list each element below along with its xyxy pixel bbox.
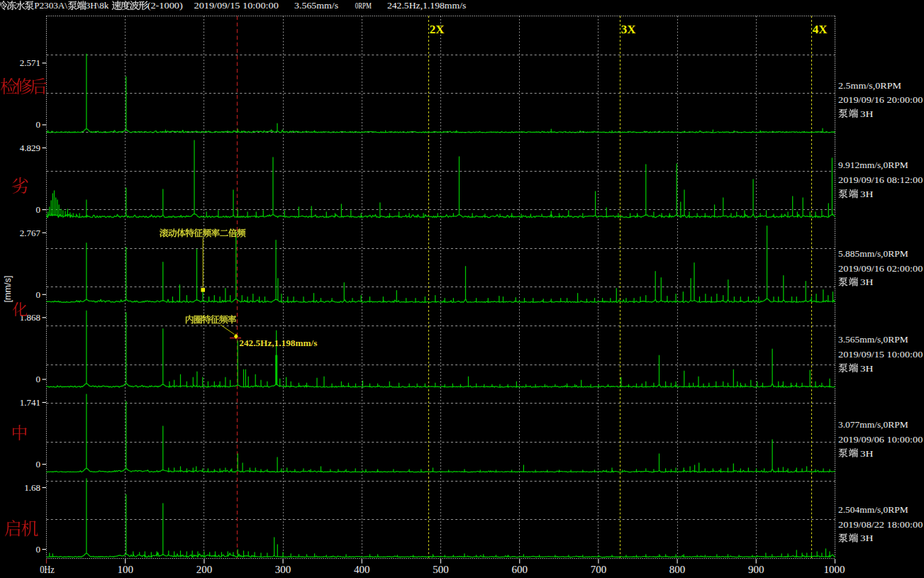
svg-text:2.504mm/s,0RPM: 2.504mm/s,0RPM [838, 504, 908, 515]
svg-text:4X: 4X [813, 23, 828, 36]
svg-text:0RPM: 0RPM [355, 0, 372, 11]
svg-text:2.767: 2.767 [20, 228, 41, 238]
svg-text:1.741: 1.741 [20, 397, 40, 408]
svg-text:900: 900 [748, 565, 764, 575]
svg-text:2019/09/15 10:00:00: 2019/09/15 10:00:00 [838, 349, 923, 360]
svg-text:300: 300 [275, 565, 291, 575]
svg-text:3H: 3H [860, 533, 874, 543]
svg-text:3.565mm/s,0RPM: 3.565mm/s,0RPM [838, 334, 908, 345]
svg-text:2.5mm/s,0RPM: 2.5mm/s,0RPM [838, 80, 901, 91]
svg-text:700: 700 [591, 565, 607, 575]
svg-text:2019/09/15 10:00:00: 2019/09/15 10:00:00 [194, 0, 279, 11]
svg-text:800: 800 [669, 565, 686, 575]
svg-text:1.868: 1.868 [20, 312, 40, 323]
svg-text:2019/09/16 20:00:00: 2019/09/16 20:00:00 [838, 94, 923, 105]
svg-text:2X: 2X [430, 23, 445, 36]
svg-text:3H: 3H [860, 189, 874, 199]
svg-text:400: 400 [354, 565, 370, 575]
svg-text:[mm/s]: [mm/s] [3, 276, 13, 303]
svg-text:0: 0 [36, 119, 41, 130]
svg-text:242.5Hz,1.198mm/s: 242.5Hz,1.198mm/s [239, 338, 317, 348]
svg-text:0Hz: 0Hz [40, 565, 55, 575]
svg-text:3H\8k: 3H\8k [86, 0, 109, 11]
svg-text:2019/09/16 02:00:00: 2019/09/16 02:00:00 [838, 263, 923, 274]
svg-text:9.912mm/s,0RPM: 9.912mm/s,0RPM [838, 160, 908, 170]
svg-text:1000: 1000 [824, 565, 845, 575]
svg-text:500: 500 [433, 565, 449, 575]
svg-text:3X: 3X [621, 23, 637, 36]
svg-text:2019/08/22 18:00:00: 2019/08/22 18:00:00 [838, 519, 923, 530]
svg-text:242.5Hz,1.198mm/s: 242.5Hz,1.198mm/s [387, 0, 466, 11]
svg-text:4.829: 4.829 [20, 143, 40, 153]
svg-text:2019/09/06 10:00:00: 2019/09/06 10:00:00 [838, 434, 923, 445]
svg-text:600: 600 [511, 565, 528, 575]
svg-text:P2303A\: P2303A\ [34, 0, 67, 11]
svg-text:200: 200 [196, 565, 213, 575]
svg-text:100: 100 [117, 565, 133, 575]
svg-text:2.571: 2.571 [20, 57, 40, 68]
svg-text:3.077mm/s,0RPM: 3.077mm/s,0RPM [838, 419, 908, 430]
svg-text:1.68: 1.68 [24, 482, 40, 493]
svg-text:0: 0 [36, 374, 41, 384]
svg-text:0: 0 [36, 204, 41, 215]
svg-text:3H: 3H [860, 277, 874, 287]
svg-text:5.885mm/s,0RPM: 5.885mm/s,0RPM [838, 248, 908, 259]
svg-text:(2-1000): (2-1000) [147, 0, 183, 11]
svg-text:3H: 3H [860, 448, 874, 459]
svg-text:2019/09/16 08:12:00: 2019/09/16 08:12:00 [838, 174, 923, 185]
svg-text:0: 0 [36, 289, 41, 300]
svg-text:0: 0 [36, 459, 41, 469]
svg-text:3H: 3H [860, 363, 874, 374]
svg-text:0: 0 [36, 544, 41, 555]
svg-text:3.565mm/s: 3.565mm/s [294, 0, 338, 11]
svg-text:3H: 3H [860, 109, 874, 119]
